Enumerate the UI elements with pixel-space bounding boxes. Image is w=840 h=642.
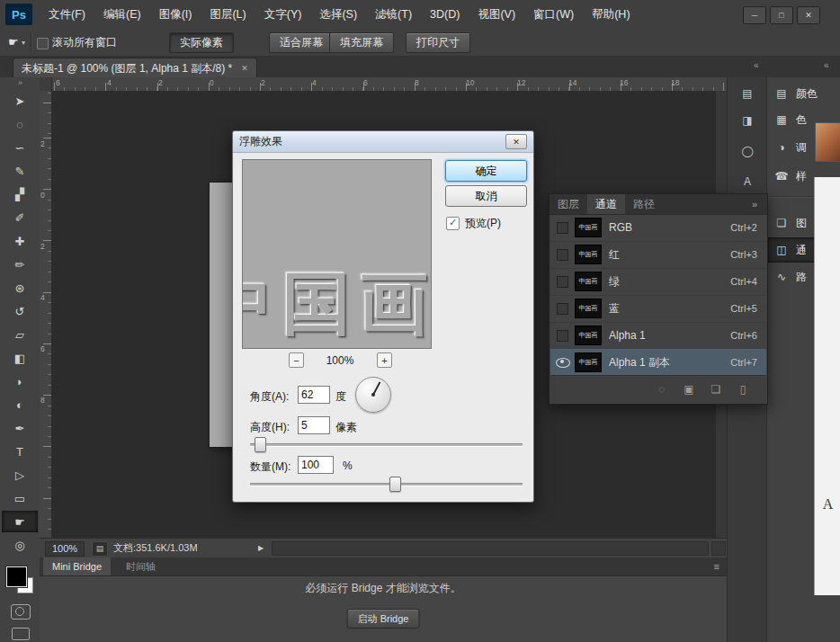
menu-filter[interactable]: 滤镜(T) (366, 0, 421, 29)
channel-row-red[interactable]: 中国画 红 Ctrl+3 (550, 241, 766, 269)
fill-screen-button[interactable]: 填充屏幕 (329, 32, 394, 53)
menu-3d[interactable]: 3D(D) (421, 0, 469, 29)
color-panel-button[interactable]: ▤ 颜色 (767, 81, 840, 106)
status-popup-arrow-icon[interactable]: ▶ (258, 539, 264, 557)
quick-mask-icon[interactable] (11, 604, 31, 620)
visibility-toggle[interactable] (550, 358, 575, 368)
delete-channel-icon[interactable]: ▯ (734, 381, 752, 397)
channel-row-green[interactable]: 中国画 绿 Ctrl+4 (550, 268, 766, 296)
amount-slider-thumb[interactable] (389, 477, 401, 492)
menu-image[interactable]: 图像(I) (150, 0, 201, 29)
channel-row-alpha1[interactable]: 中国画 Alpha 1 Ctrl+6 (550, 322, 766, 350)
tab-timeline[interactable]: 时间轴 (117, 557, 165, 575)
dialog-titlebar[interactable]: 浮雕效果 ✕ (233, 131, 533, 153)
menu-view[interactable]: 视图(V) (469, 0, 524, 29)
ok-button[interactable]: 确定 (445, 160, 527, 182)
doc-info-icon[interactable]: ▤ (92, 541, 108, 557)
zoom-tool[interactable]: ◎ (2, 534, 38, 556)
actual-pixels-button[interactable]: 实际像素 (169, 32, 234, 53)
menu-help[interactable]: 帮助(H) (583, 0, 639, 29)
channel-row-rgb[interactable]: 中国画 RGB Ctrl+2 (550, 214, 766, 242)
visibility-toggle[interactable] (550, 303, 575, 315)
minimize-button[interactable]: ─ (743, 6, 766, 24)
brush-tool[interactable]: ✏ (2, 254, 38, 275)
collapsed-panel-icon-2[interactable]: ◨ (735, 110, 760, 131)
tab-mini-bridge[interactable]: Mini Bridge (43, 557, 111, 575)
launch-bridge-button[interactable]: 启动 Bridge (347, 609, 420, 629)
type-tool[interactable]: T (2, 441, 38, 462)
lasso-tool[interactable]: ∽ (2, 137, 38, 158)
status-zoom-field[interactable]: 100% (45, 541, 85, 557)
dialog-close-button[interactable]: ✕ (505, 134, 527, 149)
channel-row-blue[interactable]: 中国画 蓝 Ctrl+5 (550, 295, 766, 323)
eyedropper-tool[interactable]: ✐ (2, 207, 38, 228)
visibility-toggle[interactable] (550, 249, 575, 261)
channel-row-alpha1-copy[interactable]: 中国画 Alpha 1 副本 Ctrl+7 (550, 349, 766, 377)
tab-layers[interactable]: 图层 (550, 194, 587, 214)
visibility-toggle[interactable] (550, 330, 575, 342)
hand-tool-preset-icon[interactable]: ☛ (8, 35, 19, 49)
fit-screen-button[interactable]: 适合屏幕 (269, 32, 334, 53)
height-input[interactable] (298, 416, 330, 434)
menu-window[interactable]: 窗口(W) (524, 0, 583, 29)
scroll-all-windows-checkbox[interactable] (37, 38, 49, 49)
menu-file[interactable]: 文件(F) (40, 0, 94, 29)
toolbar-expand-icon[interactable]: » (0, 78, 40, 87)
menu-layer[interactable]: 图层(L) (201, 0, 255, 29)
angle-input[interactable] (298, 386, 330, 404)
load-selection-icon[interactable]: ◌ (653, 381, 671, 397)
pen-tool[interactable]: ✒ (2, 417, 38, 439)
marquee-tool[interactable]: ◌ (2, 113, 38, 135)
angle-dial[interactable] (355, 377, 391, 413)
horizontal-scrollbar[interactable] (272, 541, 709, 556)
healing-brush-tool[interactable]: ✚ (2, 230, 38, 252)
amount-input[interactable] (298, 456, 334, 474)
cancel-button[interactable]: 取消 (445, 185, 527, 207)
eraser-tool[interactable]: ▱ (2, 324, 38, 345)
panel-menu-icon[interactable]: » (752, 194, 756, 214)
preview-zoom-in-button[interactable]: + (377, 352, 392, 368)
path-selection-tool[interactable]: ▷ (2, 464, 38, 486)
close-button[interactable]: ✕ (797, 6, 820, 24)
collapsed-panel-icon-3[interactable]: ◯ (735, 140, 760, 162)
visibility-toggle[interactable] (550, 222, 575, 234)
channel-shortcut: Ctrl+6 (730, 330, 757, 341)
dodge-tool[interactable]: ◐ (2, 394, 38, 415)
ruler-label: 0 (40, 191, 45, 200)
height-slider-track[interactable] (250, 443, 523, 447)
move-tool[interactable]: ➤ (2, 90, 38, 111)
menu-edit[interactable]: 编辑(E) (94, 0, 150, 29)
menu-select[interactable]: 选择(S) (310, 0, 366, 29)
clone-stamp-tool[interactable]: ⊛ (2, 277, 38, 299)
tab-close-icon[interactable]: ✕ (241, 64, 248, 73)
collapse-dock-icon[interactable]: « (754, 60, 758, 70)
preview-zoom-out-button[interactable]: − (289, 352, 304, 368)
quick-selection-tool[interactable]: ✎ (2, 160, 38, 182)
bottom-panel-menu-icon[interactable]: ≡ (714, 557, 719, 575)
crop-tool[interactable]: ▞ (2, 183, 38, 205)
height-slider-thumb[interactable] (255, 437, 266, 452)
visibility-toggle[interactable] (550, 276, 575, 288)
collapsed-panel-icon-4[interactable]: A (735, 171, 760, 192)
hand-tool[interactable]: ☛ (2, 511, 38, 532)
filter-preview[interactable]: 中国画 (242, 159, 432, 349)
menu-type[interactable]: 文字(Y) (255, 0, 311, 29)
preview-checkbox[interactable]: ✓ 预览(P) (446, 216, 501, 231)
maximize-button[interactable]: □ (770, 6, 793, 24)
blur-tool[interactable]: ◗ (2, 370, 38, 392)
collapse-dock-icon-2[interactable]: « (824, 60, 828, 70)
shape-tool[interactable]: ▭ (2, 487, 38, 509)
print-size-button[interactable]: 打印尺寸 (406, 32, 470, 53)
new-channel-icon[interactable]: ❏ (707, 381, 725, 397)
foreground-color-swatch[interactable] (6, 566, 27, 587)
amount-slider-track[interactable] (250, 483, 523, 486)
screen-mode-icon[interactable] (12, 628, 30, 640)
save-selection-as-channel-icon[interactable]: ▣ (680, 381, 698, 397)
collapsed-panel-icon-1[interactable]: ▤ (735, 83, 760, 104)
tool-preset-caret-icon[interactable]: ▾ (22, 39, 25, 47)
tab-channels[interactable]: 通道 (587, 194, 625, 214)
tab-paths[interactable]: 路径 (625, 194, 663, 214)
document-tab[interactable]: 未标题-1 @ 100% (图层 1, Alpha 1 副本/8) * ✕ (13, 58, 257, 78)
gradient-tool[interactable]: ◧ (2, 347, 38, 369)
history-brush-tool[interactable]: ↺ (2, 300, 38, 322)
